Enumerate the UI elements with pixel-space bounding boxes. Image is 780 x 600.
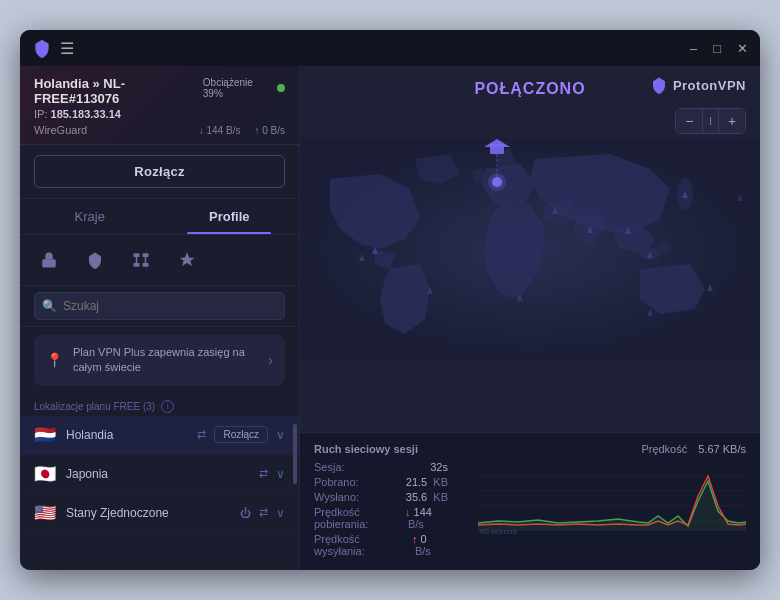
country-row[interactable]: 🇺🇸 Stany Zjednoczone ⏻ ⇄ ∨ (20, 494, 299, 533)
stat-session: Sesja: 32s (314, 461, 448, 473)
country-flag-jp: 🇯🇵 (34, 463, 56, 485)
filter-secure-icon[interactable] (80, 245, 110, 275)
protocol-label: WireGuard (34, 124, 87, 136)
svg-text:60 sekund: 60 sekund (480, 527, 517, 536)
promo-text: Plan VPN Plus zapewnia zasięg na całym ś… (73, 345, 258, 376)
map-area: POŁĄCZONO ProtonVPN − I + (300, 66, 760, 432)
promo-banner[interactable]: 📍 Plan VPN Plus zapewnia zasięg na całym… (34, 335, 285, 386)
country-flag-nl: 🇳🇱 (34, 424, 56, 446)
menu-icon[interactable]: ☰ (60, 39, 74, 58)
stats-panel: Ruch sieciowy sesji Prędkość 5.67 KB/s S… (300, 432, 760, 570)
dl-speed-label: Prędkość pobierania: (314, 506, 405, 530)
tab-countries[interactable]: Kraje (20, 199, 160, 234)
disconnect-button[interactable]: Rozłącz (34, 155, 285, 188)
maximize-button[interactable]: □ (713, 42, 721, 55)
search-icon: 🔍 (42, 299, 57, 313)
main-content: Holandia » NL-FREE#113076 IP: 185.183.33… (20, 66, 760, 570)
power-icon-us: ⏻ (240, 507, 251, 519)
proton-logo-text: ProtonVPN (673, 78, 746, 93)
country-flag-us: 🇺🇸 (34, 502, 56, 524)
stats-rows: Sesja: 32s Pobrano: 21.5 KB Wysłano: (314, 461, 746, 560)
svg-rect-0 (42, 259, 56, 267)
filter-icons-bar (20, 235, 299, 286)
svg-rect-4 (143, 263, 149, 267)
svg-rect-2 (143, 253, 149, 257)
app-logo (32, 38, 52, 58)
country-actions-us: ⏻ ⇄ ∨ (240, 506, 285, 520)
right-header: ProtonVPN (650, 76, 746, 94)
svg-point-9 (658, 242, 672, 252)
country-name-nl: Holandia (66, 428, 187, 442)
stats-left-col: Sesja: 32s Pobrano: 21.5 KB Wysłano: (314, 461, 448, 560)
filter-tor-icon[interactable] (172, 245, 202, 275)
country-name-us: Stany Zjednoczone (66, 506, 230, 520)
search-wrap: 🔍 (20, 286, 299, 327)
tab-profiles[interactable]: Profile (160, 199, 300, 234)
stat-upload-val: 35.6 KB (406, 491, 448, 503)
proton-logo-icon (32, 38, 52, 58)
info-icon[interactable]: i (161, 400, 174, 413)
random-server-icon: ⇄ (197, 428, 206, 441)
speed-indicators: ↓ 144 B/s ↑ 0 B/s (197, 125, 285, 136)
window-controls: – □ ✕ (690, 42, 748, 55)
country-name-jp: Japonia (66, 467, 249, 481)
expand-jp-icon[interactable]: ∨ (276, 467, 285, 481)
titlebar: ☰ – □ ✕ (20, 30, 760, 66)
proton-shield-icon (650, 76, 668, 94)
close-button[interactable]: ✕ (737, 42, 748, 55)
zoom-plus-button[interactable]: + (719, 109, 745, 133)
zoom-minus-button[interactable]: − (676, 109, 702, 133)
right-panel: POŁĄCZONO ProtonVPN − I + (300, 66, 760, 570)
zoom-level: I (703, 109, 718, 133)
minimize-button[interactable]: – (690, 42, 697, 55)
connected-label: POŁĄCZONO (474, 80, 585, 98)
tabs: Kraje Profile (20, 199, 299, 235)
zoom-controls: − I + (675, 108, 746, 134)
stat-download-val: 21.5 KB (406, 476, 448, 488)
promo-location-icon: 📍 (46, 352, 63, 368)
upload-speed: ↑ 0 B/s (252, 125, 285, 136)
country-row[interactable]: 🇯🇵 Japonia ⇄ ∨ (20, 455, 299, 494)
speed-value: 5.67 KB/s (698, 443, 746, 455)
scrollbar-thumb (293, 424, 297, 484)
ul-speed-val: ↑ 0 B/s (412, 533, 448, 557)
connection-bottom: WireGuard ↓ 144 B/s ↑ 0 B/s (34, 124, 285, 136)
connection-info: Holandia » NL-FREE#113076 IP: 185.183.33… (20, 66, 299, 145)
stats-title: Ruch sieciowy sesji (314, 443, 418, 455)
ip-address: IP: 185.183.33.14 (34, 108, 203, 120)
ul-speed-label: Prędkość wysyłania: (314, 533, 412, 557)
random-server-icon-us: ⇄ (259, 506, 268, 519)
stat-upload: Wysłano: 35.6 KB (314, 491, 448, 503)
speed-header: Prędkość 5.67 KB/s (641, 443, 746, 455)
svg-rect-1 (134, 253, 140, 257)
stats-header: Ruch sieciowy sesji Prędkość 5.67 KB/s (314, 443, 746, 455)
country-actions-jp: ⇄ ∨ (259, 467, 285, 481)
speed-chart: 60 sekund 0 (478, 461, 746, 536)
expand-nl-icon[interactable]: ∨ (276, 428, 285, 442)
stat-dl-speed: Prędkość pobierania: ↓ 144 B/s (314, 506, 448, 530)
load-dot (277, 84, 285, 92)
section-label: Lokalizacje planu FREE (3) i (20, 394, 299, 416)
app-window: ☰ – □ ✕ Holandia » NL-FREE#113076 IP: 18… (20, 30, 760, 570)
filter-p2p-icon[interactable] (126, 245, 156, 275)
filter-free-icon[interactable] (34, 245, 64, 275)
country-actions-nl: ⇄ Rozłącz ∨ (197, 426, 285, 443)
disconnect-wrap: Rozłącz (20, 145, 299, 199)
expand-us-icon[interactable]: ∨ (276, 506, 285, 520)
stat-download: Pobrano: 21.5 KB (314, 476, 448, 488)
svg-rect-3 (134, 263, 140, 267)
proton-logo: ProtonVPN (650, 76, 746, 94)
stat-ul-speed: Prędkość wysyłania: ↑ 0 B/s (314, 533, 448, 557)
random-server-icon-jp: ⇄ (259, 467, 268, 480)
dl-speed-val: ↓ 144 B/s (405, 506, 448, 530)
disconnect-nl-button[interactable]: Rozłącz (214, 426, 268, 443)
promo-arrow-icon: › (268, 352, 273, 368)
load-indicator: Obciążenie 39% (203, 77, 285, 99)
sidebar: Holandia » NL-FREE#113076 IP: 185.183.33… (20, 66, 300, 570)
country-row[interactable]: 🇳🇱 Holandia ⇄ Rozłącz ∨ (20, 416, 299, 455)
chart-area: 60 sekund 0 (478, 461, 746, 560)
server-name: Holandia » NL-FREE#113076 (34, 76, 203, 106)
country-list[interactable]: Lokalizacje planu FREE (3) i 🇳🇱 Holandia… (20, 394, 299, 570)
search-input[interactable] (34, 292, 285, 320)
download-speed: ↓ 144 B/s (197, 125, 241, 136)
